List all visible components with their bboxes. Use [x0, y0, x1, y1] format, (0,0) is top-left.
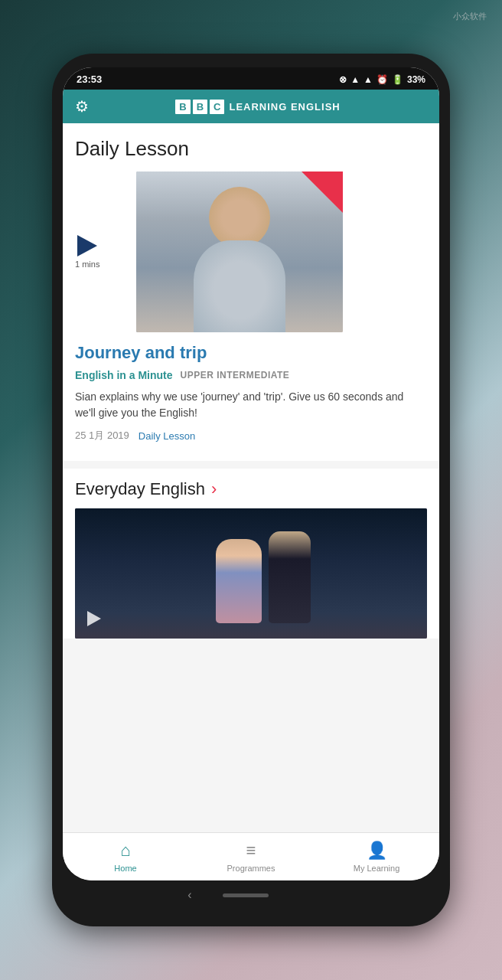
- status-icons: ⊗ ▲ ▲ ⏰ 🔋 33%: [339, 74, 425, 85]
- nav-programmes[interactable]: ≡ Programmes: [188, 833, 314, 880]
- watermark-label: 小众软件: [453, 11, 487, 22]
- battery-percent: 33%: [407, 74, 425, 85]
- lesson-title[interactable]: Journey and trip: [75, 343, 427, 363]
- lesson-date: 25 1月 2019: [75, 429, 129, 443]
- daily-lesson-title: Daily Lesson: [75, 137, 427, 161]
- top-nav-bar: ⚙ B B C LEARNING ENGLISH: [63, 90, 439, 123]
- nav-my-learning-label: My Learning: [354, 864, 400, 873]
- battery-icon: 🔋: [392, 74, 403, 85]
- chevron-right-icon[interactable]: ›: [211, 479, 217, 499]
- phone-bottom-controls: ‹: [63, 880, 439, 905]
- bbc-title-text: LEARNING ENGLISH: [229, 101, 340, 113]
- lesson-category[interactable]: English in a Minute: [75, 369, 173, 381]
- my-learning-icon: 👤: [367, 841, 387, 861]
- signal-icon: ▲: [350, 74, 360, 85]
- bbc-b1: B: [175, 100, 190, 114]
- bbc-boxes: B B C: [175, 100, 224, 114]
- nav-my-learning[interactable]: 👤 My Learning: [314, 833, 439, 880]
- lesson-level: UPPER INTERMEDIATE: [181, 370, 290, 381]
- play-area[interactable]: 1 mins: [75, 235, 99, 269]
- bbc-c: C: [210, 100, 224, 114]
- red-corner-badge: [302, 172, 343, 213]
- phone-frame: 23:53 ⊗ ▲ ▲ ⏰ 🔋 33% ⚙ B B C LEARNING: [52, 54, 450, 926]
- daily-lesson-section: Daily Lesson 1 mins: [63, 123, 439, 461]
- nav-home[interactable]: ⌂ Home: [63, 833, 188, 880]
- lesson-meta: English in a Minute UPPER INTERMEDIATE: [75, 369, 427, 381]
- everyday-header[interactable]: Everyday English ›: [75, 479, 427, 499]
- everyday-english-section: Everyday English ›: [63, 469, 439, 639]
- play-icon[interactable]: [77, 235, 97, 256]
- lesson-card[interactable]: 1 mins Journey and trip: [75, 172, 427, 450]
- bbc-b2: B: [193, 100, 207, 114]
- back-button[interactable]: ‹: [187, 888, 191, 902]
- everyday-title: Everyday English: [75, 479, 205, 499]
- nav-home-label: Home: [114, 864, 136, 873]
- home-icon: ⌂: [120, 841, 130, 861]
- gear-icon: ⚙: [75, 98, 89, 115]
- lesson-description: Sian explains why we use 'journey' and '…: [75, 389, 427, 421]
- wifi-icon: ▲: [363, 74, 373, 85]
- dance-image: [75, 508, 427, 639]
- home-indicator[interactable]: [223, 893, 269, 897]
- everyday-play-icon[interactable]: [87, 611, 101, 626]
- lesson-footer: 25 1月 2019 Daily Lesson: [75, 429, 427, 443]
- programmes-icon: ≡: [246, 841, 256, 861]
- lesson-info: Journey and trip English in a Minute UPP…: [75, 332, 427, 450]
- bbc-logo: B B C LEARNING ENGLISH: [89, 100, 427, 114]
- status-bar: 23:53 ⊗ ▲ ▲ ⏰ 🔋 33%: [63, 67, 439, 90]
- settings-gear-button[interactable]: ⚙: [75, 97, 89, 116]
- lock-icon: ⊗: [339, 74, 347, 85]
- lesson-thumbnail[interactable]: [136, 172, 343, 332]
- status-time: 23:53: [77, 74, 102, 85]
- everyday-thumbnail[interactable]: [75, 508, 427, 639]
- lesson-tag-link[interactable]: Daily Lesson: [139, 430, 195, 442]
- nav-programmes-label: Programmes: [227, 864, 275, 873]
- bottom-nav: ⌂ Home ≡ Programmes 👤 My Learning: [63, 832, 439, 880]
- alarm-icon: ⏰: [376, 74, 388, 85]
- phone-screen: 23:53 ⊗ ▲ ▲ ⏰ 🔋 33% ⚙ B B C LEARNING: [63, 67, 439, 880]
- play-duration: 1 mins: [75, 260, 99, 269]
- main-content: Daily Lesson 1 mins: [63, 123, 439, 832]
